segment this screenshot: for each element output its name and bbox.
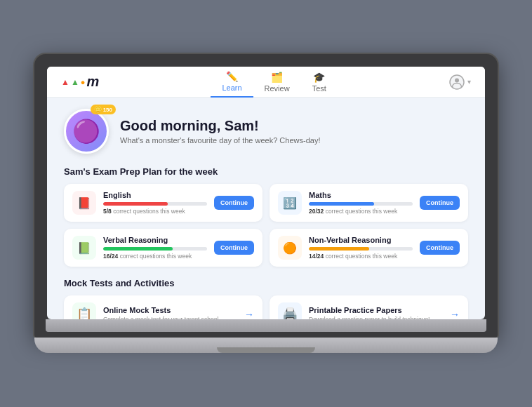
- mock-card-printable[interactable]: 🖨️ Printable Practice Papers Download a …: [270, 295, 468, 319]
- avatar: 🟣: [64, 109, 109, 154]
- laptop-screen: ▲ ▲ ● m ✏️ Learn 🗂️ Review: [47, 67, 485, 319]
- nonverbal-progress-fill: [309, 247, 369, 251]
- nonverbal-icon-wrap: 🟠: [278, 236, 302, 260]
- logo-triangle-green: ▲: [71, 77, 79, 87]
- verbal-stat: 16/24 correct questions this week: [103, 253, 207, 260]
- user-avatar-icon: [449, 74, 465, 90]
- maths-icon: 🔢: [283, 196, 297, 210]
- user-button[interactable]: ▾: [449, 74, 471, 90]
- english-name: English: [103, 191, 207, 199]
- mock-card-online[interactable]: 📋 Online Mock Tests Complete a mock test…: [64, 295, 262, 319]
- learn-label: Learn: [222, 84, 241, 92]
- subject-card-english: 📕 English 5/8 correct questions this wee…: [64, 184, 262, 222]
- logo-text: m: [86, 74, 99, 90]
- nonverbal-continue-button[interactable]: Continue: [420, 241, 460, 255]
- coin-count: 150: [103, 107, 112, 113]
- maths-progress-fill: [309, 202, 374, 206]
- verbal-progress-track: [103, 247, 207, 251]
- english-progress-fill: [103, 202, 168, 206]
- user-chevron: ▾: [467, 78, 471, 86]
- learn-icon: ✏️: [226, 71, 238, 82]
- printable-arrow-icon: →: [450, 309, 460, 319]
- subject-card-verbal: 📗 Verbal Reasoning 16/24 correct questio…: [64, 229, 262, 267]
- english-icon-wrap: 📕: [72, 191, 96, 215]
- verbal-icon-wrap: 📗: [72, 236, 96, 260]
- online-mock-title: Online Mock Tests: [103, 306, 237, 314]
- maths-stat: 20/32 correct questions this week: [309, 208, 413, 215]
- nonverbal-progress-track: [309, 247, 413, 251]
- exam-section-title: Sam's Exam Prep Plan for the week: [64, 166, 468, 177]
- laptop-base: [34, 338, 498, 353]
- english-icon: 📕: [77, 196, 91, 210]
- maths-progress-track: [309, 202, 413, 206]
- nonverbal-info: Non-Verbal Reasoning 14/24 correct quest…: [309, 236, 413, 260]
- review-label: Review: [265, 84, 290, 93]
- maths-name: Maths: [309, 191, 413, 199]
- greeting-text: Good morning, Sam!: [120, 118, 320, 134]
- subject-card-nonverbal: 🟠 Non-Verbal Reasoning 14/24 correct que…: [270, 229, 468, 267]
- english-progress-track: [103, 202, 207, 206]
- online-mock-desc: Complete a mock test for your target sch…: [103, 316, 237, 319]
- nonverbal-name: Non-Verbal Reasoning: [309, 236, 413, 244]
- logo-triangle-red: ▲: [61, 77, 69, 87]
- keyboard-area: [46, 319, 486, 332]
- verbal-continue-button[interactable]: Continue: [214, 241, 254, 255]
- nav-item-review[interactable]: 🗂️ Review: [253, 67, 301, 97]
- online-mock-icon: 📋: [77, 307, 92, 319]
- maths-icon-wrap: 🔢: [278, 191, 302, 215]
- coin-icon: 🪙: [94, 106, 102, 113]
- nonverbal-stat: 14/24 correct questions this week: [309, 253, 413, 260]
- main-content: 🟣 🪙 150 Good morning, Sam! What's a mons…: [47, 98, 485, 319]
- subject-card-maths: 🔢 Maths 20/32 correct questions this wee…: [270, 184, 468, 222]
- english-info: English 5/8 correct questions this week: [103, 191, 207, 215]
- subjects-grid: 📕 English 5/8 correct questions this wee…: [64, 184, 468, 267]
- laptop-container: ▲ ▲ ● m ✏️ Learn 🗂️ Review: [34, 54, 498, 353]
- printable-title: Printable Practice Papers: [309, 306, 443, 314]
- avatar-wrap: 🟣 🪙 150: [64, 109, 109, 154]
- svg-point-1: [455, 78, 459, 82]
- mock-grid: 📋 Online Mock Tests Complete a mock test…: [64, 295, 468, 319]
- verbal-icon: 📗: [77, 241, 91, 255]
- logo: ▲ ▲ ● m: [61, 74, 99, 90]
- hero-section: 🟣 🪙 150 Good morning, Sam! What's a mons…: [64, 109, 468, 154]
- online-mock-icon-wrap: 📋: [72, 302, 96, 319]
- nav-item-learn[interactable]: ✏️ Learn: [211, 67, 253, 98]
- english-stat: 5/8 correct questions this week: [103, 208, 207, 215]
- coin-badge: 🪙 150: [91, 105, 116, 114]
- hero-joke: What's a monster's favourite day of the …: [120, 136, 320, 145]
- maths-info: Maths 20/32 correct questions this week: [309, 191, 413, 215]
- printable-desc: Download a practice paper to build techn…: [309, 316, 443, 319]
- review-icon: 🗂️: [271, 72, 283, 83]
- maths-continue-button[interactable]: Continue: [420, 196, 460, 210]
- online-mock-arrow-icon: →: [244, 309, 254, 319]
- verbal-info: Verbal Reasoning 16/24 correct questions…: [103, 236, 207, 260]
- nonverbal-icon: 🟠: [283, 241, 297, 255]
- online-mock-info: Online Mock Tests Complete a mock test f…: [103, 306, 237, 319]
- test-label: Test: [312, 84, 326, 93]
- printable-info: Printable Practice Papers Download a pra…: [309, 306, 443, 319]
- header: ▲ ▲ ● m ✏️ Learn 🗂️ Review: [47, 67, 485, 98]
- logo-circle: ●: [81, 78, 86, 86]
- printable-icon: 🖨️: [282, 307, 298, 319]
- app-container: ▲ ▲ ● m ✏️ Learn 🗂️ Review: [47, 67, 485, 319]
- verbal-name: Verbal Reasoning: [103, 236, 207, 244]
- mock-section-title: Mock Tests and Activities: [64, 278, 468, 288]
- english-continue-button[interactable]: Continue: [214, 196, 254, 210]
- printable-icon-wrap: 🖨️: [278, 302, 302, 319]
- test-icon: 🎓: [313, 72, 325, 83]
- nav-item-test[interactable]: 🎓 Test: [301, 67, 338, 97]
- verbal-progress-fill: [103, 247, 173, 251]
- screen-bezel: ▲ ▲ ● m ✏️ Learn 🗂️ Review: [34, 54, 498, 338]
- main-nav: ✏️ Learn 🗂️ Review 🎓 Test: [211, 67, 337, 98]
- hero-text: Good morning, Sam! What's a monster's fa…: [120, 118, 320, 145]
